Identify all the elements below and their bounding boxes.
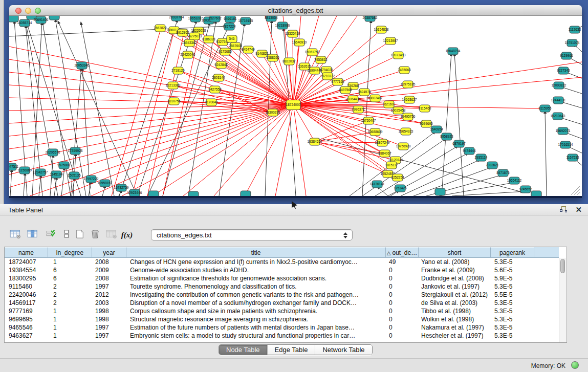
graph-node[interactable]: 10654112	[507, 177, 522, 184]
select-columns-button[interactable]	[26, 227, 40, 243]
graph-edge[interactable]	[293, 42, 299, 105]
graph-node[interactable]: 12213987	[383, 37, 398, 45]
graph-node[interactable]: 9170043	[205, 99, 218, 106]
graph-edge[interactable]	[178, 71, 293, 105]
resize-grip[interactable]	[574, 189, 580, 195]
graph-node[interactable]: 14055714	[17, 19, 32, 27]
table-cell[interactable]: Estimation of significance thresholds fo…	[126, 274, 386, 282]
graph-edge[interactable]	[9, 47, 293, 105]
column-header-4[interactable]: △out_de…	[386, 247, 419, 258]
column-header-2[interactable]: year	[92, 247, 126, 258]
table-cell[interactable]: 22420046	[5, 291, 48, 299]
graph-node[interactable]: 9474444	[463, 147, 476, 155]
graph-node[interactable]	[531, 191, 541, 196]
graph-node[interactable]: 9227343	[557, 67, 570, 74]
select-all-rows-button[interactable]	[44, 227, 58, 243]
graph-node[interactable]: 3624574	[358, 89, 371, 96]
graph-node[interactable]: 1145194	[50, 171, 63, 178]
graph-edge[interactable]	[122, 105, 293, 196]
graph-node[interactable]: 8454749	[242, 46, 255, 53]
table-cell[interactable]: 6	[48, 266, 92, 274]
table-cell[interactable]: 5.3E-5	[491, 307, 534, 315]
table-cell[interactable]: 2	[48, 282, 92, 291]
table-cell[interactable]: 2012	[92, 291, 126, 299]
graph-node[interactable]: 2867608	[229, 42, 242, 50]
graph-node[interactable]: 1112633	[569, 26, 581, 33]
table-row[interactable]: 946362711997Embryonic stem cells: a mode…	[5, 332, 559, 340]
graph-node[interactable]: 2935114	[475, 154, 488, 161]
table-cell[interactable]: 0	[386, 323, 419, 332]
graph-node[interactable]: 10807487	[368, 95, 383, 102]
graph-node[interactable]: 19495756	[401, 113, 416, 120]
graph-node[interactable]: 7955812	[314, 56, 328, 63]
table-cell[interactable]: 0	[386, 332, 419, 340]
column-header-6[interactable]: pagerank	[491, 247, 534, 258]
table-cell[interactable]: 1997	[92, 323, 126, 332]
graph-node[interactable]: 8958923	[440, 133, 453, 140]
table-cell[interactable]: 5.3E-5	[491, 332, 534, 340]
graph-node[interactable]: 8912955	[176, 29, 189, 36]
column-header-1[interactable]: in_degree	[48, 247, 92, 258]
table-cell[interactable]: Genome-wide association studies in ADHD.	[126, 266, 386, 274]
graph-node[interactable]: 1810755	[167, 98, 181, 105]
table-cell[interactable]: 0	[386, 274, 419, 282]
graph-edge[interactable]	[42, 21, 71, 196]
table-cell[interactable]: 2008	[92, 258, 126, 266]
table-cell[interactable]: 0	[386, 282, 419, 291]
graph-node[interactable]: 2718120	[171, 67, 185, 74]
graph-node[interactable]: 14136141	[370, 181, 385, 188]
graph-node[interactable]: 7932621	[486, 162, 499, 169]
graph-node[interactable]: 20387682	[363, 16, 378, 21]
graph-node[interactable]	[188, 191, 199, 196]
graph-node[interactable]	[435, 188, 445, 195]
table-cell[interactable]: 2008	[92, 274, 126, 282]
graph-edge[interactable]	[442, 53, 451, 196]
float-panel-icon[interactable]	[560, 206, 568, 213]
resize-grip[interactable]	[577, 192, 580, 195]
table-row[interactable]: 977716911998Corpus callosum shape and si…	[5, 307, 559, 315]
table-cell[interactable]: Nakamura et al. (1997)	[419, 323, 491, 332]
graph-node[interactable]: 20937704	[169, 16, 184, 21]
graph-node[interactable]	[27, 16, 37, 19]
graph-node[interactable]: 9777169	[331, 78, 344, 85]
graph-node[interactable]: 1753426	[394, 185, 407, 192]
graph-node[interactable]: 9427552	[208, 86, 222, 93]
table-row[interactable]: 911546021997Tourette syndrome. Phenomeno…	[5, 282, 559, 291]
table-cell[interactable]: 1	[48, 315, 92, 323]
graph-node[interactable]: 13947511	[9, 163, 19, 170]
graph-node[interactable]: 6466161	[224, 16, 237, 23]
graph-node[interactable]: 9884067	[378, 150, 391, 157]
table-cell[interactable]: 9115460	[5, 282, 48, 291]
table-cell[interactable]: Changes of HCN gene expression and I(f) …	[126, 258, 386, 266]
graph-node[interactable]: 8115955	[539, 105, 552, 112]
table-cell[interactable]: 1	[48, 258, 92, 266]
table-cell[interactable]: 5.6E-5	[491, 266, 534, 274]
graph-node[interactable]: 15720407	[361, 117, 376, 124]
table-cell[interactable]: Tourette syndrome. Phenomenology and cla…	[126, 282, 386, 291]
graph-node[interactable]	[49, 16, 59, 20]
graph-node[interactable]: 8471676	[496, 169, 510, 177]
table-cell[interactable]: 2	[48, 299, 92, 307]
delete-trash-icon[interactable]	[88, 227, 102, 243]
table-cell[interactable]: 18724007	[5, 258, 48, 266]
table-cell[interactable]: 5.3E-5	[491, 315, 534, 323]
table-cell[interactable]: 1998	[92, 307, 126, 315]
graph-node[interactable]: 13325419	[286, 30, 300, 37]
graph-edge[interactable]	[452, 191, 525, 196]
table-cell[interactable]: 18300295	[5, 274, 48, 282]
table-cell[interactable]: 5.3E-5	[491, 299, 534, 307]
graph-node[interactable]: 15751074	[565, 39, 580, 47]
table-cell[interactable]: 5.3E-5	[491, 258, 534, 266]
table-cell[interactable]: Wolkin et al. (1998)	[419, 315, 491, 323]
graph-node[interactable]: 14663627	[402, 96, 417, 103]
graph-edge[interactable]	[275, 105, 293, 196]
table-cell[interactable]: 0	[386, 307, 419, 315]
graph-node[interactable]	[241, 191, 251, 196]
table-cell[interactable]: 1997	[92, 282, 126, 291]
table-row[interactable]: 1938455462009Genome-wide association stu…	[5, 266, 559, 274]
column-header-0[interactable]: name	[5, 247, 48, 258]
graph-node[interactable]: 19756928	[396, 143, 411, 150]
graph-edge[interactable]	[91, 105, 293, 196]
table-cell[interactable]: 5.5E-5	[491, 291, 534, 299]
graph-node[interactable]: 17016514	[558, 141, 573, 148]
